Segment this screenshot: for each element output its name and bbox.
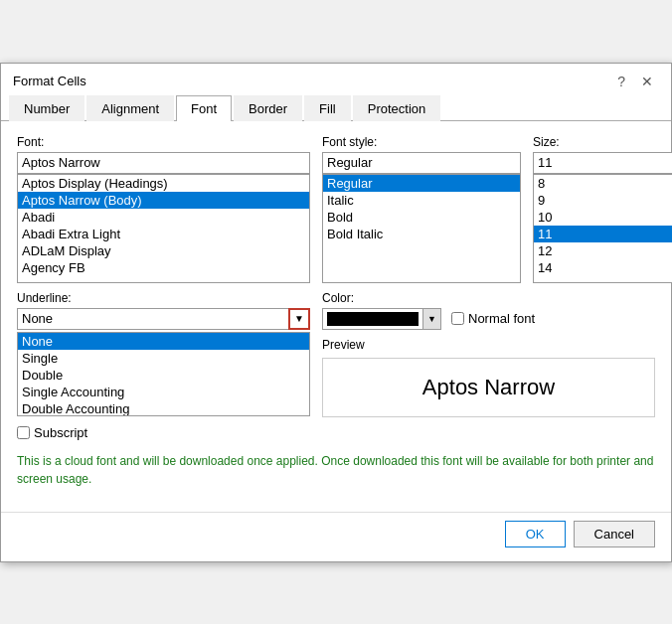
right-column: Color: ▼ Normal font <box>322 291 655 417</box>
list-item[interactable]: ADLaM Display <box>18 242 309 259</box>
title-controls: ? ✕ <box>611 72 659 91</box>
size-label: Size: <box>533 135 672 149</box>
list-item[interactable]: 8 <box>534 175 672 192</box>
size-field: Size: 8 9 10 11 12 14 <box>533 135 672 283</box>
list-item[interactable]: Single Accounting <box>18 384 309 400</box>
list-item[interactable]: None <box>18 333 309 350</box>
font-field: Font: Aptos Display (Headings) Aptos Nar… <box>17 135 310 283</box>
list-item[interactable]: 9 <box>534 192 672 209</box>
list-item[interactable]: Single <box>18 350 309 367</box>
dialog-title: Format Cells <box>13 74 86 88</box>
font-style-field: Font style: Regular Italic Bold Bold Ita… <box>322 135 521 283</box>
help-button[interactable]: ? <box>611 72 631 91</box>
preview-label: Preview <box>322 338 655 352</box>
button-row: OK Cancel <box>1 512 671 561</box>
font-input[interactable] <box>17 152 310 174</box>
list-item[interactable]: Aptos Display (Headings) <box>18 175 309 192</box>
font-style-listbox[interactable]: Regular Italic Bold Bold Italic <box>322 174 521 283</box>
close-button[interactable]: ✕ <box>635 72 659 91</box>
font-label: Font: <box>17 135 310 149</box>
font-row: Font: Aptos Display (Headings) Aptos Nar… <box>17 135 655 283</box>
subscript-checkbox-label[interactable]: Subscript <box>17 425 87 440</box>
underline-label: Underline: <box>17 291 310 305</box>
preview-text: Aptos Narrow <box>422 375 555 400</box>
title-bar: Format Cells ? ✕ <box>1 64 671 91</box>
normal-font-label: Normal font <box>468 311 535 326</box>
font-style-label: Font style: <box>322 135 521 149</box>
list-item[interactable]: Abadi <box>18 209 309 226</box>
effects-row: Subscript <box>17 425 655 440</box>
list-item[interactable]: Bold Italic <box>323 226 520 242</box>
subscript-checkbox[interactable] <box>17 426 30 439</box>
preview-box: Aptos Narrow <box>322 358 655 417</box>
size-listbox[interactable]: 8 9 10 11 12 14 <box>533 174 672 283</box>
list-item[interactable]: Double <box>18 367 309 384</box>
size-input[interactable] <box>533 152 672 174</box>
list-item[interactable]: Bold <box>323 209 520 226</box>
color-swatch <box>327 312 419 326</box>
normal-font-checkbox[interactable] <box>451 312 464 325</box>
tab-protection[interactable]: Protection <box>353 95 441 121</box>
list-item[interactable]: Abadi Extra Light <box>18 226 309 242</box>
underline-listbox[interactable]: None Single Double Single Accounting Dou… <box>17 332 310 416</box>
tab-border[interactable]: Border <box>234 95 302 121</box>
tab-fill[interactable]: Fill <box>304 95 351 121</box>
underline-color-row: Underline: ▼ None Single Double Single A… <box>17 291 655 417</box>
color-field: Color: ▼ <box>322 291 441 330</box>
underline-dropdown-button[interactable]: ▼ <box>288 308 310 330</box>
list-item[interactable]: Italic <box>323 192 520 209</box>
list-item[interactable]: 14 <box>534 259 672 276</box>
normal-font-checkbox-label[interactable]: Normal font <box>451 311 535 326</box>
list-item[interactable]: 12 <box>534 242 672 259</box>
tab-bar: Number Alignment Font Border Fill Protec… <box>1 95 671 121</box>
tab-alignment[interactable]: Alignment <box>86 95 174 121</box>
list-item[interactable]: Agency FB <box>18 259 309 276</box>
tab-font[interactable]: Font <box>176 95 232 121</box>
tab-content: Font: Aptos Display (Headings) Aptos Nar… <box>1 121 671 508</box>
underline-input[interactable] <box>17 308 310 330</box>
tab-number[interactable]: Number <box>9 95 84 121</box>
underline-field: Underline: ▼ None Single Double Single A… <box>17 291 310 416</box>
list-item[interactable]: 11 <box>534 226 672 242</box>
color-arrow-icon[interactable]: ▼ <box>422 309 440 329</box>
ok-button[interactable]: OK <box>505 521 566 547</box>
color-dropdown[interactable]: ▼ <box>322 308 441 330</box>
subscript-label: Subscript <box>34 425 87 440</box>
info-text: This is a cloud font and will be downloa… <box>17 452 655 488</box>
font-listbox[interactable]: Aptos Display (Headings) Aptos Narrow (B… <box>17 174 310 283</box>
list-item[interactable]: 10 <box>534 209 672 226</box>
preview-field: Preview Aptos Narrow <box>322 338 655 417</box>
normal-font-field: Normal font <box>451 311 535 326</box>
list-item[interactable]: Aptos Narrow (Body) <box>18 192 309 209</box>
list-item[interactable]: Regular <box>323 175 520 192</box>
font-style-input[interactable] <box>322 152 521 174</box>
format-cells-dialog: Format Cells ? ✕ Number Alignment Font B… <box>0 63 672 562</box>
list-item[interactable]: Double Accounting <box>18 400 309 416</box>
cancel-button[interactable]: Cancel <box>574 521 655 547</box>
color-label: Color: <box>322 291 441 305</box>
